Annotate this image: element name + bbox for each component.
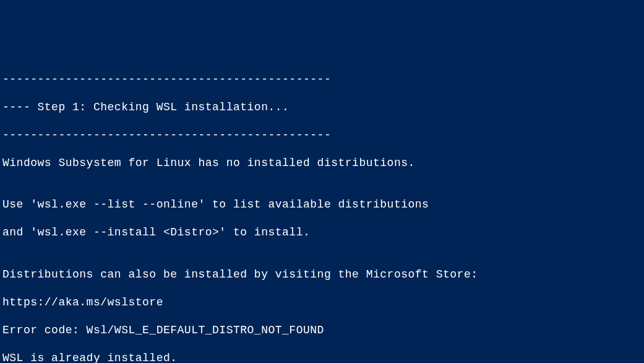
divider-line: ----------------------------------------…	[2, 72, 642, 87]
url-line: https://aka.ms/wslstore	[2, 295, 642, 310]
terminal-output: ----------------------------------------…	[2, 58, 642, 363]
error-code-line: Error code: Wsl/WSL_E_DEFAULT_DISTRO_NOT…	[2, 323, 642, 338]
status-line: WSL is already installed.	[2, 351, 642, 364]
info-line: Distributions can also be installed by v…	[2, 268, 642, 282]
instruction-line: and 'wsl.exe --install <Distro>' to inst…	[2, 225, 642, 240]
instruction-line: Use 'wsl.exe --list --online' to list av…	[2, 198, 642, 212]
step-header: ---- Step 1: Checking WSL installation..…	[2, 100, 642, 115]
divider-line: ----------------------------------------…	[2, 128, 642, 142]
status-message: Windows Subsystem for Linux has no insta…	[2, 156, 642, 170]
